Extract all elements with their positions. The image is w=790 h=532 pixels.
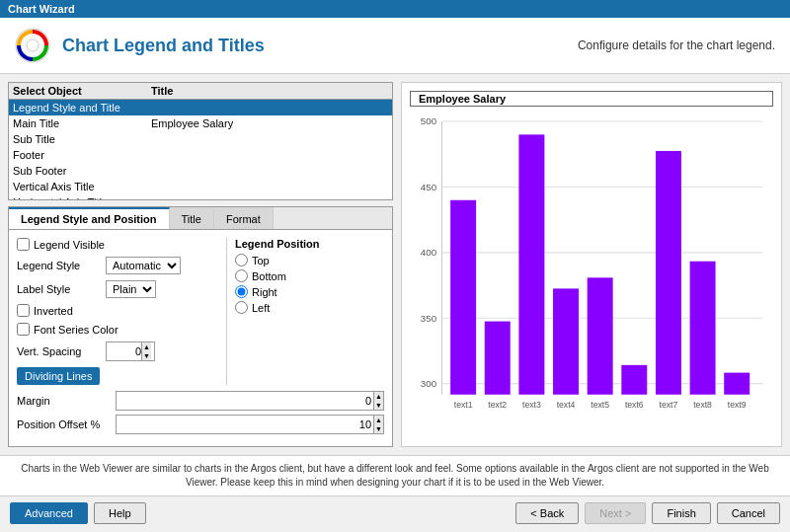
table-row[interactable]: Horizontal Axis Title <box>9 194 392 200</box>
position-top-radio[interactable] <box>235 254 248 266</box>
label-style-label: Label Style <box>17 283 106 295</box>
position-top-row: Top <box>235 254 384 266</box>
position-offset-label: Position Offset % <box>17 418 116 430</box>
vert-spacing-row: Vert. Spacing ▲ ▼ <box>17 342 216 361</box>
position-bottom-radio[interactable] <box>235 269 248 282</box>
margin-up[interactable]: ▲ <box>374 392 383 401</box>
left-panel: Select Object Title Legend Style and Tit… <box>8 82 393 447</box>
svg-text:text8: text8 <box>693 400 712 410</box>
row-title-value <box>151 149 388 161</box>
vert-spacing-label: Vert. Spacing <box>17 345 106 357</box>
position-left-label: Left <box>252 302 270 314</box>
position-offset-input[interactable] <box>117 418 373 431</box>
position-offset-up[interactable]: ▲ <box>374 416 383 424</box>
vert-spacing-arrows: ▲ ▼ <box>141 342 151 360</box>
row-title-value <box>151 102 388 114</box>
finish-button[interactable]: Finish <box>652 502 710 524</box>
legend-visible-label: Legend Visible <box>34 239 105 251</box>
position-offset-row: Position Offset % ▲ ▼ <box>17 415 384 434</box>
tab-title[interactable]: Title <box>170 207 214 229</box>
row-object-label: Legend Style and Title <box>13 102 151 114</box>
svg-text:300: 300 <box>421 378 437 389</box>
vert-spacing-up[interactable]: ▲ <box>141 342 151 351</box>
cancel-button[interactable]: Cancel <box>717 502 780 524</box>
table-row[interactable]: Sub Footer <box>9 163 392 179</box>
row-object-label: Main Title <box>13 117 151 129</box>
font-series-label: Font Series Color <box>34 324 118 336</box>
tab-legend-style[interactable]: Legend Style and Position <box>9 207 170 229</box>
table-row[interactable]: Vertical Axis Title <box>9 179 392 194</box>
svg-text:500: 500 <box>421 115 437 126</box>
legend-position-title: Legend Position <box>235 238 384 250</box>
svg-text:text1: text1 <box>454 400 473 410</box>
row-title-value <box>151 165 388 177</box>
svg-text:450: 450 <box>421 182 437 192</box>
footer-note: Charts in the Web Viewer are similar to … <box>0 455 790 495</box>
svg-point-1 <box>27 39 39 51</box>
position-right-radio[interactable] <box>235 285 248 298</box>
legend-visible-checkbox[interactable] <box>17 238 30 251</box>
vert-spacing-down[interactable]: ▼ <box>141 351 151 360</box>
row-title-value <box>151 181 388 192</box>
position-bottom-row: Bottom <box>235 269 384 282</box>
inverted-label: Inverted <box>34 305 73 317</box>
vert-spacing-input[interactable] <box>107 345 141 357</box>
row-title-value: Employee Salary <box>151 117 388 129</box>
table-row[interactable]: Footer <box>9 147 392 163</box>
margin-down[interactable]: ▼ <box>374 401 383 410</box>
position-offset-arrows: ▲ ▼ <box>373 416 383 433</box>
margin-arrows: ▲ ▼ <box>373 392 383 410</box>
tabs-panel: Legend Style and Position Title Format L… <box>8 206 393 447</box>
bar-text4 <box>553 288 579 394</box>
margin-input-container: ▲ ▼ <box>116 391 384 411</box>
row-object-label: Sub Footer <box>13 165 151 177</box>
position-offset-down[interactable]: ▼ <box>374 424 383 433</box>
legend-style-label: Legend Style <box>17 260 106 271</box>
position-left-radio[interactable] <box>235 301 248 314</box>
bar-text1 <box>450 200 476 395</box>
back-button[interactable]: < Back <box>515 502 579 524</box>
title-bar: Chart Wizard <box>0 0 790 18</box>
position-bottom-label: Bottom <box>252 270 286 282</box>
object-table-header: Select Object Title <box>9 83 392 100</box>
bar-text6 <box>621 365 647 395</box>
position-right-row: Right <box>235 285 384 298</box>
header-title: Chart Legend and Titles <box>62 36 578 56</box>
chart-legend-label: Employee Salary <box>410 91 773 107</box>
help-button[interactable]: Help <box>94 502 146 524</box>
bar-text8 <box>690 262 716 395</box>
chart-area: 500 450 400 350 300 <box>410 111 773 438</box>
legend-style-select[interactable]: Automatic Horizontal Vertical <box>106 257 181 274</box>
inverted-row: Inverted <box>17 304 216 317</box>
dividing-lines-button[interactable]: Dividing Lines <box>17 367 100 385</box>
bar-text5 <box>588 277 613 394</box>
svg-text:400: 400 <box>421 247 437 258</box>
bar-text3 <box>518 134 544 394</box>
position-top-label: Top <box>252 255 270 266</box>
label-style-select[interactable]: Plain Bold Italic <box>106 280 156 298</box>
table-row[interactable]: Main Title Employee Salary <box>9 115 392 131</box>
row-title-value <box>151 133 388 145</box>
svg-text:text5: text5 <box>591 400 609 410</box>
inverted-checkbox[interactable] <box>17 304 30 317</box>
advanced-button[interactable]: Advanced <box>10 502 88 524</box>
row-object-label: Vertical Axis Title <box>13 181 151 192</box>
next-button[interactable]: Next > <box>585 502 646 524</box>
object-table: Select Object Title Legend Style and Tit… <box>8 82 393 200</box>
position-offset-input-container: ▲ ▼ <box>116 415 384 434</box>
app-logo-icon <box>15 28 50 63</box>
table-row[interactable]: Legend Style and Title <box>9 100 392 115</box>
margin-label: Margin <box>17 395 116 407</box>
margin-row: Margin ▲ ▼ <box>17 391 384 411</box>
title-bar-label: Chart Wizard <box>8 3 75 15</box>
bar-chart-svg: 500 450 400 350 300 <box>410 111 773 438</box>
label-style-row: Label Style Plain Bold Italic <box>17 280 216 298</box>
row-object-label: Horizontal Axis Title <box>13 196 151 200</box>
row-object-label: Sub Title <box>13 133 151 145</box>
dialog-header: Chart Legend and Titles Configure detail… <box>0 18 790 74</box>
bar-text2 <box>485 322 511 395</box>
font-series-checkbox[interactable] <box>17 323 30 336</box>
table-row[interactable]: Sub Title <box>9 131 392 147</box>
margin-input[interactable] <box>117 394 373 408</box>
tab-format[interactable]: Format <box>214 207 274 229</box>
